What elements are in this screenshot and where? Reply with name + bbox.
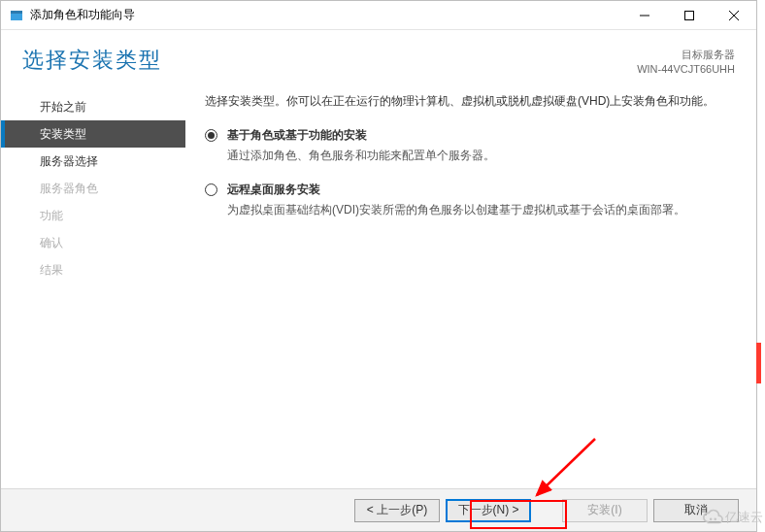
- next-button[interactable]: 下一步(N) >: [446, 499, 531, 522]
- sidebar-item-label: 服务器选择: [40, 154, 98, 168]
- sidebar-item-label: 开始之前: [40, 100, 86, 114]
- window-title: 添加角色和功能向导: [30, 7, 135, 23]
- maximize-button[interactable]: [667, 1, 712, 29]
- svg-point-7: [710, 518, 713, 521]
- radio-icon[interactable]: [205, 129, 217, 142]
- window-controls: [622, 1, 756, 29]
- svg-rect-3: [685, 11, 694, 19]
- svg-rect-1: [11, 11, 22, 14]
- install-button: 安装(I): [562, 499, 648, 522]
- body: 开始之前 安装类型 服务器选择 服务器角色 功能 确认 结果 选择安装类型。你可…: [1, 83, 756, 488]
- sidebar-item-server-selection[interactable]: 服务器选择: [1, 148, 185, 175]
- sidebar-item-label: 功能: [40, 209, 63, 222]
- sidebar-item-label: 结果: [40, 263, 63, 277]
- minimize-button[interactable]: [622, 1, 667, 29]
- sidebar-item-before-you-begin[interactable]: 开始之前: [1, 93, 185, 120]
- sidebar-item-server-roles: 服务器角色: [1, 175, 185, 202]
- option-body: 远程桌面服务安装 为虚拟桌面基础结构(VDI)安装所需的角色服务以创建基于虚拟机…: [227, 182, 733, 218]
- app-icon: [9, 8, 24, 23]
- sidebar-item-features: 功能: [1, 202, 185, 229]
- watermark-text: 亿速云: [725, 509, 763, 526]
- target-server-name: WIN-44VCJT66UHH: [637, 62, 735, 77]
- target-label: 目标服务器: [637, 48, 735, 62]
- target-server-box: 目标服务器 WIN-44VCJT66UHH: [637, 46, 735, 78]
- sidebar-item-results: 结果: [1, 256, 185, 283]
- sidebar: 开始之前 安装类型 服务器选择 服务器角色 功能 确认 结果: [1, 83, 185, 488]
- sidebar-item-label: 确认: [40, 236, 63, 249]
- option-body: 基于角色或基于功能的安装 通过添加角色、角色服务和功能来配置单个服务器。: [227, 127, 733, 164]
- sidebar-item-label: 安装类型: [40, 127, 86, 141]
- page-title: 选择安装类型: [22, 46, 637, 75]
- edge-accent: [756, 343, 761, 383]
- footer: < 上一步(P) 下一步(N) > 安装(I) 取消: [1, 488, 756, 531]
- radio-icon[interactable]: [205, 183, 217, 196]
- header: 选择安装类型 目标服务器 WIN-44VCJT66UHH: [1, 30, 756, 83]
- sidebar-item-label: 服务器角色: [40, 182, 98, 195]
- watermark: 亿速云: [702, 507, 763, 528]
- instruction-text: 选择安装类型。你可以在正在运行的物理计算机、虚拟机或脱机虚拟硬盘(VHD)上安装…: [205, 93, 733, 110]
- back-button[interactable]: < 上一步(P): [354, 499, 440, 522]
- option-title: 基于角色或基于功能的安装: [227, 127, 733, 144]
- option-desc: 为虚拟桌面基础结构(VDI)安装所需的角色服务以创建基于虚拟机或基于会话的桌面部…: [227, 202, 733, 218]
- option-title: 远程桌面服务安装: [227, 182, 733, 198]
- sidebar-item-confirmation: 确认: [1, 229, 185, 256]
- option-role-based[interactable]: 基于角色或基于功能的安装 通过添加角色、角色服务和功能来配置单个服务器。: [205, 127, 733, 164]
- sidebar-item-installation-type[interactable]: 安装类型: [1, 120, 185, 148]
- titlebar: 添加角色和功能向导: [1, 1, 756, 30]
- option-desc: 通过添加角色、角色服务和功能来配置单个服务器。: [227, 148, 733, 164]
- svg-point-8: [714, 518, 716, 521]
- wizard-window: 添加角色和功能向导 选择安装类型 目标服务器 WIN-44VCJT66UHH 开…: [0, 0, 757, 532]
- option-remote-desktop[interactable]: 远程桌面服务安装 为虚拟桌面基础结构(VDI)安装所需的角色服务以创建基于虚拟机…: [205, 182, 733, 218]
- content-pane: 选择安装类型。你可以在正在运行的物理计算机、虚拟机或脱机虚拟硬盘(VHD)上安装…: [185, 83, 756, 488]
- close-button[interactable]: [712, 1, 756, 29]
